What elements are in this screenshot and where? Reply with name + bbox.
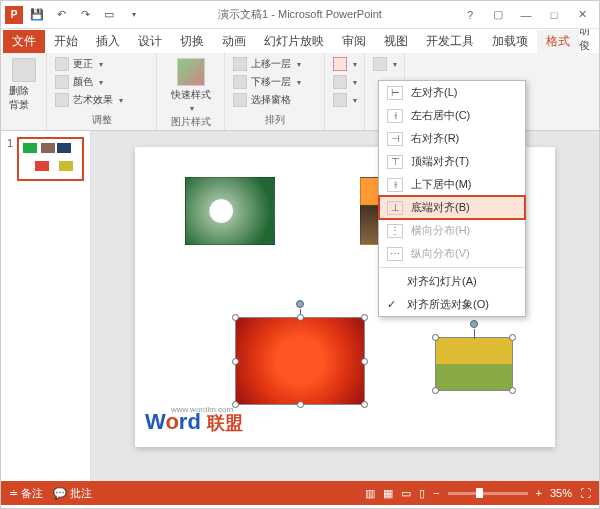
zoom-in-icon[interactable]: +	[536, 487, 542, 499]
align-bottom-item[interactable]: ⊥底端对齐(B)	[379, 196, 525, 219]
zoom-slider[interactable]	[448, 492, 528, 495]
distribute-h-icon: ⋮	[387, 224, 403, 238]
send-backward-button[interactable]: 下移一层	[231, 74, 303, 90]
quick-styles-button[interactable]: 快速样式	[169, 56, 213, 115]
titlebar: P 💾 ↶ ↷ ▭ 演示文稿1 - Microsoft PowerPoint ?…	[1, 1, 599, 29]
tab-home[interactable]: 开始	[45, 30, 87, 53]
tab-review[interactable]: 审阅	[333, 30, 375, 53]
corrections-button[interactable]: 更正	[53, 56, 125, 72]
align-to-slide-item[interactable]: 对齐幻灯片(A)	[379, 270, 525, 293]
thumb-number: 1	[7, 137, 13, 181]
zoom-out-icon[interactable]: −	[433, 487, 439, 499]
rotate-handle[interactable]	[296, 300, 304, 308]
picture-orange-flower[interactable]	[235, 317, 365, 405]
tab-view[interactable]: 视图	[375, 30, 417, 53]
distribute-v-item[interactable]: ⋯纵向分布(V)	[379, 242, 525, 265]
slide-thumbnail[interactable]	[17, 137, 84, 181]
corrections-icon	[55, 57, 69, 71]
picture-yellow-tulips[interactable]	[435, 337, 513, 391]
close-icon[interactable]: ✕	[569, 5, 595, 25]
crop-button[interactable]	[371, 56, 399, 72]
tab-design[interactable]: 设计	[129, 30, 171, 53]
help-icon[interactable]: ?	[457, 5, 483, 25]
align-menu: ⊢左对齐(L) ⫲左右居中(C) ⊣右对齐(R) ⊤顶端对齐(T) ⫲上下居中(…	[378, 80, 526, 317]
tab-developer[interactable]: 开发工具	[417, 30, 483, 53]
undo-icon[interactable]: ↶	[51, 5, 71, 25]
resize-handle[interactable]	[432, 387, 439, 394]
resize-handle[interactable]	[361, 358, 368, 365]
rotate-handle[interactable]	[470, 320, 478, 328]
resize-handle[interactable]	[361, 314, 368, 321]
distribute-v-icon: ⋯	[387, 247, 403, 261]
remove-background-button[interactable]: 删除背景	[7, 56, 40, 114]
window-title: 演示文稿1 - Microsoft PowerPoint	[218, 7, 382, 22]
qat-more-icon[interactable]	[123, 5, 143, 25]
rotate-icon	[333, 93, 347, 107]
fit-window-icon[interactable]: ⛶	[580, 487, 591, 499]
bring-forward-icon	[233, 57, 247, 71]
normal-view-icon[interactable]: ▥	[365, 487, 375, 500]
start-show-icon[interactable]: ▭	[99, 5, 119, 25]
picture-flowers-white[interactable]	[185, 177, 275, 245]
resize-handle[interactable]	[232, 358, 239, 365]
resize-handle[interactable]	[432, 334, 439, 341]
resize-handle[interactable]	[509, 387, 516, 394]
zoom-level[interactable]: 35%	[550, 487, 572, 499]
remove-bg-icon	[12, 58, 36, 82]
minimize-icon[interactable]: —	[513, 5, 539, 25]
rotate-button[interactable]	[331, 92, 359, 108]
ribbon-options-icon[interactable]: ▢	[485, 5, 511, 25]
align-middle-v-item[interactable]: ⫲上下居中(M)	[379, 173, 525, 196]
resize-handle[interactable]	[297, 401, 304, 408]
redo-icon[interactable]: ↷	[75, 5, 95, 25]
resize-handle[interactable]	[509, 334, 516, 341]
bring-forward-button[interactable]: 上移一层	[231, 56, 303, 72]
thumbnail-panel: 1	[1, 131, 91, 481]
align-left-item[interactable]: ⊢左对齐(L)	[379, 81, 525, 104]
artistic-effects-button[interactable]: 艺术效果	[53, 92, 125, 108]
distribute-h-item[interactable]: ⋮横向分布(H)	[379, 219, 525, 242]
sorter-view-icon[interactable]: ▦	[383, 487, 393, 500]
comments-button[interactable]: 💬 批注	[53, 486, 92, 501]
align-center-h-item[interactable]: ⫲左右居中(C)	[379, 104, 525, 127]
maximize-icon[interactable]: □	[541, 5, 567, 25]
align-right-item[interactable]: ⊣右对齐(R)	[379, 127, 525, 150]
ribbon-tabs: 文件 开始 插入 设计 切换 动画 幻灯片放映 审阅 视图 开发工具 加载项 格…	[1, 29, 599, 53]
slideshow-view-icon[interactable]: ▯	[419, 487, 425, 500]
resize-handle[interactable]	[361, 401, 368, 408]
app-icon[interactable]: P	[5, 6, 23, 24]
resize-handle[interactable]	[297, 314, 304, 321]
resize-handle[interactable]	[232, 314, 239, 321]
zoom-knob[interactable]	[476, 488, 483, 498]
group-button[interactable]	[331, 74, 359, 90]
tab-insert[interactable]: 插入	[87, 30, 129, 53]
crop-icon	[373, 57, 387, 71]
tab-file[interactable]: 文件	[3, 30, 45, 53]
picture-styles-label: 图片样式	[171, 115, 211, 129]
align-middle-v-icon: ⫲	[387, 178, 403, 192]
check-icon: ✓	[387, 298, 399, 311]
watermark: www.wordlm.com Word 联盟	[145, 409, 243, 435]
tab-slideshow[interactable]: 幻灯片放映	[255, 30, 333, 53]
adjust-group-label: 调整	[92, 113, 112, 127]
menu-separator	[379, 267, 525, 268]
artistic-icon	[55, 93, 69, 107]
selection-pane-button[interactable]: 选择窗格	[231, 92, 303, 108]
align-icon	[333, 57, 347, 71]
quick-styles-icon	[177, 58, 205, 86]
notes-button[interactable]: ≐ 备注	[9, 486, 43, 501]
align-left-icon: ⊢	[387, 86, 403, 100]
save-icon[interactable]: 💾	[27, 5, 47, 25]
align-top-icon: ⊤	[387, 155, 403, 169]
tab-addins[interactable]: 加载项	[483, 30, 537, 53]
align-top-item[interactable]: ⊤顶端对齐(T)	[379, 150, 525, 173]
tab-animations[interactable]: 动画	[213, 30, 255, 53]
align-selected-item[interactable]: ✓对齐所选对象(O)	[379, 293, 525, 316]
tab-format[interactable]: 格式	[537, 30, 579, 53]
tab-transitions[interactable]: 切换	[171, 30, 213, 53]
reading-view-icon[interactable]: ▭	[401, 487, 411, 500]
align-button[interactable]	[331, 56, 359, 72]
group-icon	[333, 75, 347, 89]
color-button[interactable]: 颜色	[53, 74, 125, 90]
arrange-group-label: 排列	[265, 113, 285, 127]
